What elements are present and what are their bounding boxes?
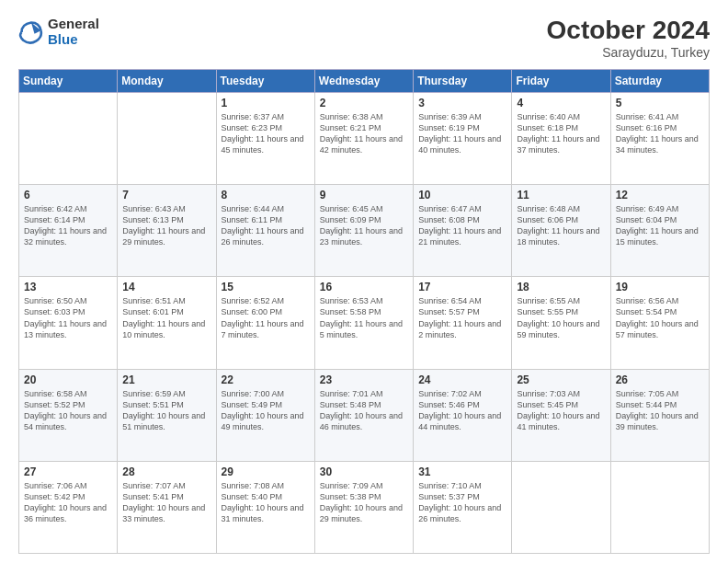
daylight-label: Daylight: 10 hours and 59 minutes. [517, 319, 599, 339]
day-number: 15 [222, 281, 310, 293]
day-number: 13 [24, 281, 112, 293]
calendar-cell: 13 Sunrise: 6:50 AM Sunset: 6:03 PM Dayl… [19, 277, 118, 369]
calendar-cell: 8 Sunrise: 6:44 AM Sunset: 6:11 PM Dayli… [216, 185, 314, 277]
day-header-thursday: Thursday [414, 69, 512, 92]
sunrise-label: Sunrise: 6:53 AM [320, 296, 383, 305]
calendar-cell: 1 Sunrise: 6:37 AM Sunset: 6:23 PM Dayli… [216, 92, 314, 184]
day-info: Sunrise: 6:39 AM Sunset: 6:19 PM Dayligh… [418, 111, 506, 156]
calendar-cell: 6 Sunrise: 6:42 AM Sunset: 6:14 PM Dayli… [19, 185, 118, 277]
day-info: Sunrise: 6:51 AM Sunset: 6:01 PM Dayligh… [122, 295, 210, 340]
week-row-2: 6 Sunrise: 6:42 AM Sunset: 6:14 PM Dayli… [19, 185, 710, 277]
calendar-cell: 25 Sunrise: 7:03 AM Sunset: 5:45 PM Dayl… [512, 369, 610, 461]
day-info: Sunrise: 7:06 AM Sunset: 5:42 PM Dayligh… [24, 480, 112, 525]
daylight-label: Daylight: 10 hours and 49 minutes. [222, 411, 304, 431]
daylight-label: Daylight: 11 hours and 29 minutes. [122, 226, 205, 247]
day-header-saturday: Saturday [610, 69, 709, 92]
calendar-cell: 26 Sunrise: 7:05 AM Sunset: 5:44 PM Dayl… [610, 369, 709, 461]
sunrise-label: Sunrise: 7:00 AM [222, 389, 285, 398]
daylight-label: Daylight: 11 hours and 40 minutes. [418, 134, 501, 155]
sunrise-label: Sunrise: 6:51 AM [122, 296, 186, 305]
sunset-label: Sunset: 6:19 PM [418, 123, 480, 132]
day-number: 3 [418, 97, 506, 109]
calendar-cell: 21 Sunrise: 6:59 AM Sunset: 5:51 PM Dayl… [118, 369, 216, 461]
daylight-label: Daylight: 11 hours and 34 minutes. [616, 134, 699, 155]
calendar-cell: 14 Sunrise: 6:51 AM Sunset: 6:01 PM Dayl… [118, 277, 216, 369]
calendar-cell: 12 Sunrise: 6:49 AM Sunset: 6:04 PM Dayl… [610, 185, 709, 277]
logo-general: General [48, 17, 99, 32]
day-header-sunday: Sunday [19, 69, 118, 92]
sunset-label: Sunset: 6:14 PM [24, 215, 85, 224]
daylight-label: Daylight: 10 hours and 29 minutes. [320, 503, 403, 523]
day-info: Sunrise: 6:52 AM Sunset: 6:00 PM Dayligh… [222, 295, 310, 340]
day-number: 28 [122, 465, 210, 478]
sunrise-label: Sunrise: 6:43 AM [122, 204, 186, 213]
day-info: Sunrise: 7:05 AM Sunset: 5:44 PM Dayligh… [616, 388, 704, 433]
week-row-5: 27 Sunrise: 7:06 AM Sunset: 5:42 PM Dayl… [19, 461, 710, 553]
sunrise-label: Sunrise: 7:05 AM [616, 389, 679, 398]
sunrise-label: Sunrise: 6:54 AM [418, 296, 482, 305]
sunset-label: Sunset: 5:58 PM [320, 307, 381, 316]
calendar-cell: 20 Sunrise: 6:58 AM Sunset: 5:52 PM Dayl… [19, 369, 118, 461]
daylight-label: Daylight: 10 hours and 41 minutes. [517, 411, 599, 431]
day-info: Sunrise: 7:01 AM Sunset: 5:48 PM Dayligh… [320, 388, 408, 433]
sunrise-label: Sunrise: 6:56 AM [616, 296, 679, 305]
day-info: Sunrise: 7:08 AM Sunset: 5:40 PM Dayligh… [222, 480, 310, 525]
calendar-cell [610, 461, 709, 553]
sunrise-label: Sunrise: 6:48 AM [517, 204, 580, 213]
sunset-label: Sunset: 5:51 PM [122, 400, 184, 409]
calendar-cell: 17 Sunrise: 6:54 AM Sunset: 5:57 PM Dayl… [414, 277, 512, 369]
day-number: 21 [122, 373, 210, 386]
logo-icon [18, 19, 44, 45]
week-row-3: 13 Sunrise: 6:50 AM Sunset: 6:03 PM Dayl… [19, 277, 710, 369]
day-info: Sunrise: 7:02 AM Sunset: 5:46 PM Dayligh… [418, 388, 506, 433]
day-info: Sunrise: 6:59 AM Sunset: 5:51 PM Dayligh… [122, 388, 210, 433]
day-info: Sunrise: 7:07 AM Sunset: 5:41 PM Dayligh… [122, 480, 210, 525]
sunrise-label: Sunrise: 6:47 AM [418, 204, 482, 213]
logo: General Blue [18, 17, 99, 47]
day-number: 27 [24, 465, 112, 478]
calendar-cell: 19 Sunrise: 6:56 AM Sunset: 5:54 PM Dayl… [610, 277, 709, 369]
day-header-monday: Monday [118, 69, 216, 92]
day-info: Sunrise: 6:49 AM Sunset: 6:04 PM Dayligh… [616, 203, 704, 248]
calendar-cell: 31 Sunrise: 7:10 AM Sunset: 5:37 PM Dayl… [414, 461, 512, 553]
sunset-label: Sunset: 5:52 PM [24, 400, 85, 409]
sunset-label: Sunset: 5:37 PM [418, 492, 480, 501]
sunrise-label: Sunrise: 6:42 AM [24, 204, 87, 213]
logo-blue: Blue [48, 32, 99, 48]
logo-text: General Blue [48, 17, 99, 47]
day-info: Sunrise: 6:48 AM Sunset: 6:06 PM Dayligh… [517, 203, 605, 248]
day-info: Sunrise: 6:45 AM Sunset: 6:09 PM Dayligh… [320, 203, 408, 248]
day-info: Sunrise: 6:37 AM Sunset: 6:23 PM Dayligh… [222, 111, 310, 156]
day-number: 19 [616, 281, 704, 293]
daylight-label: Daylight: 10 hours and 44 minutes. [418, 411, 501, 431]
sunset-label: Sunset: 6:01 PM [122, 307, 184, 316]
sunset-label: Sunset: 6:08 PM [418, 215, 480, 224]
sunrise-label: Sunrise: 7:03 AM [517, 389, 580, 398]
day-info: Sunrise: 6:38 AM Sunset: 6:21 PM Dayligh… [320, 111, 408, 156]
daylight-label: Daylight: 10 hours and 39 minutes. [616, 411, 699, 431]
sunrise-label: Sunrise: 6:55 AM [517, 296, 580, 305]
daylight-label: Daylight: 11 hours and 5 minutes. [320, 319, 403, 339]
sunrise-label: Sunrise: 7:07 AM [122, 481, 186, 490]
month-title: October 2024 [547, 17, 710, 45]
day-number: 26 [616, 373, 704, 386]
day-number: 16 [320, 281, 408, 293]
sunset-label: Sunset: 5:40 PM [222, 492, 283, 501]
week-row-4: 20 Sunrise: 6:58 AM Sunset: 5:52 PM Dayl… [19, 369, 710, 461]
calendar-cell: 5 Sunrise: 6:41 AM Sunset: 6:16 PM Dayli… [610, 92, 709, 184]
day-number: 24 [418, 373, 506, 386]
title-section: October 2024 Sarayduzu, Turkey [547, 17, 710, 60]
sunrise-label: Sunrise: 6:41 AM [616, 112, 679, 121]
day-number: 7 [122, 189, 210, 201]
day-info: Sunrise: 6:58 AM Sunset: 5:52 PM Dayligh… [24, 388, 112, 433]
calendar-cell [512, 461, 610, 553]
day-info: Sunrise: 6:50 AM Sunset: 6:03 PM Dayligh… [24, 295, 112, 340]
sunrise-label: Sunrise: 7:09 AM [320, 481, 383, 490]
day-number: 18 [517, 281, 605, 293]
sunrise-label: Sunrise: 6:37 AM [222, 112, 285, 121]
sunrise-label: Sunrise: 7:06 AM [24, 481, 87, 490]
calendar-cell: 11 Sunrise: 6:48 AM Sunset: 6:06 PM Dayl… [512, 185, 610, 277]
calendar-cell [118, 92, 216, 184]
day-number: 1 [222, 97, 310, 109]
sunset-label: Sunset: 6:21 PM [320, 123, 381, 132]
